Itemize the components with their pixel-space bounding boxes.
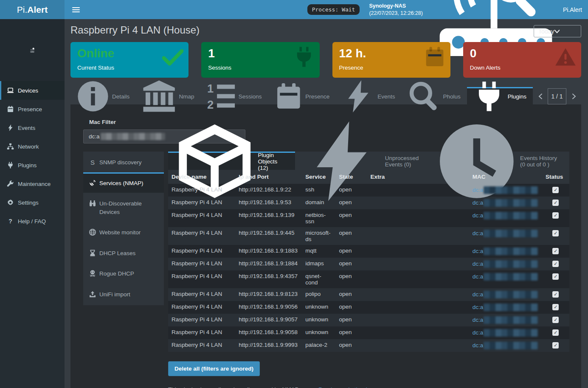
tab-presence[interactable]: Presence xyxy=(268,87,336,104)
period-select[interactable]: Today xyxy=(534,25,581,37)
cell-mac: dc:a xyxy=(469,245,542,258)
status-checkbox[interactable]: ✓ xyxy=(552,187,559,193)
plugin-tab-label: Unprocessed Events (0) xyxy=(385,155,424,168)
cell-state: open xyxy=(335,258,367,270)
cell-state: open xyxy=(335,326,367,339)
plugin-nav-item-dhcp-leases[interactable]: DHCP Leases xyxy=(83,242,164,263)
period-select-value: Today xyxy=(538,28,554,35)
sidebar-toggle-icon[interactable] xyxy=(72,7,80,12)
device-tabs: DetailsNmap12SessionsPresenceEventsPholu… xyxy=(70,87,581,104)
cell-ip-port-link[interactable]: http://192.168.1.9:9993 xyxy=(235,339,302,352)
sidebar-item-network[interactable]: Network xyxy=(0,137,65,156)
page-next-button[interactable] xyxy=(566,88,581,104)
cell-mac: dc:a xyxy=(469,227,542,245)
sidebar-item-events[interactable]: Events xyxy=(0,118,65,137)
plugin-nav-item-unifi-import[interactable]: UniFi import xyxy=(83,284,164,304)
sidebar-item-plugins[interactable]: Plugins xyxy=(0,156,65,174)
cell-ip-port-link[interactable]: http://192.168.1.9:8123 xyxy=(235,288,302,301)
plugin-nav-item-website-monitor[interactable]: Website monitor xyxy=(83,222,164,242)
cell-status: ✓ xyxy=(542,197,569,209)
tab-pholus[interactable]: Pholus xyxy=(402,87,467,104)
status-checkbox[interactable]: ✓ xyxy=(552,248,559,254)
status-card-presence[interactable]: 12 h.Presence xyxy=(332,42,450,78)
sidebar-item-label: Events xyxy=(18,125,35,131)
status-checkbox[interactable]: ✓ xyxy=(552,200,559,206)
status-checkbox[interactable]: ✓ xyxy=(552,230,559,236)
table-row: Raspberry Pi 4 LANhttp://192.168.1.9:905… xyxy=(168,326,569,339)
cell-extra xyxy=(367,258,469,270)
plugin-nav-item-un-discoverable-devices[interactable]: Un-Discoverable Devices xyxy=(83,193,164,222)
cell-state: open xyxy=(335,270,367,288)
cell-status: ✓ xyxy=(542,314,569,326)
cell-ip-port-link[interactable]: http://192.168.1.9:9056 xyxy=(235,301,302,314)
cell-state: open xyxy=(335,314,367,326)
delete-all-button[interactable]: Delete all (filters are ignored) xyxy=(168,361,260,376)
sidebar-item-maintenance[interactable]: Maintenance xyxy=(0,174,65,193)
cell-extra xyxy=(367,301,469,314)
cell-ip-port-link[interactable]: http://192.168.1.9:9058 xyxy=(235,326,302,339)
sidebar-item-devices[interactable]: Devices xyxy=(0,81,65,100)
cell-ip-port-link[interactable]: http://192.168.1.9:9057 xyxy=(235,314,302,326)
svg-text:S: S xyxy=(90,159,95,166)
sidebar-item-presence[interactable]: Presence xyxy=(0,100,65,118)
status-cards: OnlineCurrent Status1Sessions12 h.Presen… xyxy=(70,42,581,78)
cell-status: ✓ xyxy=(542,339,569,352)
cell-ip-port-link[interactable]: http://192.168.1.9:4357 xyxy=(235,270,302,288)
status-checkbox[interactable]: ✓ xyxy=(552,273,559,280)
plugin-nav-item-rogue-dhcp[interactable]: Rogue DHCP xyxy=(83,263,164,284)
tab-sessions[interactable]: 12Sessions xyxy=(201,87,268,104)
plugin-tab-1[interactable]: Unprocessed Events (0) xyxy=(295,152,430,170)
mac-prefix: dc:a xyxy=(473,304,484,310)
host-name: Synology-NAS xyxy=(369,3,423,9)
cell-state: open xyxy=(335,301,367,314)
tab-events[interactable]: Events xyxy=(336,87,401,104)
cell-ip-port-link[interactable]: http://192.168.1.9:139 xyxy=(235,209,302,227)
status-checkbox[interactable]: ✓ xyxy=(552,342,559,349)
tab-details[interactable]: Details xyxy=(70,87,136,104)
sidebar-item-label: Help / FAQ xyxy=(18,218,46,225)
status-card-down-alerts[interactable]: 0Down Alerts xyxy=(463,42,581,78)
page-prev-button[interactable] xyxy=(533,88,548,104)
cell-device-name: Raspberry Pi 4 LAN xyxy=(168,209,235,227)
plug-icon xyxy=(7,162,14,169)
cell-ip-port-link[interactable]: http://192.168.1.9:1884 xyxy=(235,258,302,270)
status-checkbox[interactable]: ✓ xyxy=(552,212,559,219)
tab-plugins[interactable]: Plugins xyxy=(467,87,533,104)
skull-icon xyxy=(89,270,96,277)
cell-extra xyxy=(367,288,469,301)
cell-service: microsoft-ds xyxy=(302,227,335,245)
cell-device-name: Raspberry Pi 4 LAN xyxy=(168,326,235,339)
svg-text:1: 1 xyxy=(207,82,214,96)
tab-nmap[interactable]: Nmap xyxy=(136,87,200,104)
plugin-tab-0[interactable]: Plugin Objects (12) xyxy=(168,152,295,170)
cell-mac: dc:a xyxy=(469,301,542,314)
status-checkbox[interactable]: ✓ xyxy=(552,304,559,310)
plug-icon xyxy=(473,81,505,112)
sidebar-item-help-faq[interactable]: ?Help / FAQ xyxy=(0,212,65,231)
bolt-icon xyxy=(342,80,374,112)
status-checkbox[interactable]: ✓ xyxy=(552,329,559,336)
cell-mac: dc:a xyxy=(469,209,542,227)
plugin-tab-2[interactable]: Events History (0 out of 0 ) xyxy=(430,152,569,170)
docs-link[interactable]: Read more in the docs. xyxy=(318,386,378,388)
plugin-nav-label: SNMP discovery xyxy=(99,158,142,167)
status-checkbox[interactable]: ✓ xyxy=(552,317,559,323)
calendar-icon xyxy=(7,106,14,112)
status-card-current-status[interactable]: OnlineCurrent Status xyxy=(70,42,188,78)
app-logo[interactable]: Pi.Alert xyxy=(0,0,65,19)
sidebar-item-label: Plugins xyxy=(18,162,37,169)
sidebar-item-settings[interactable]: Settings xyxy=(0,193,65,212)
cell-state: open xyxy=(335,209,367,227)
cell-ip-port-link[interactable]: http://192.168.1.9:1883 xyxy=(235,245,302,258)
status-card-sessions[interactable]: 1Sessions xyxy=(201,42,319,78)
status-checkbox[interactable]: ✓ xyxy=(552,261,559,267)
status-checkbox[interactable]: ✓ xyxy=(552,291,559,298)
table-row: Raspberry Pi 4 LANhttp://192.168.1.9:139… xyxy=(168,209,569,227)
cell-status: ✓ xyxy=(542,270,569,288)
mac-prefix: dc:a xyxy=(473,291,484,298)
plugin-nav-item-services-nmap[interactable]: Services (NMAP) xyxy=(83,172,164,193)
cell-mac: dc:a xyxy=(469,339,542,352)
plugin-nav-item-snmp-discovery[interactable]: SSNMP discovery xyxy=(83,152,164,172)
cell-ip-port-link[interactable]: http://192.168.1.9:445 xyxy=(235,227,302,245)
tab-label: Pholus xyxy=(443,93,460,100)
